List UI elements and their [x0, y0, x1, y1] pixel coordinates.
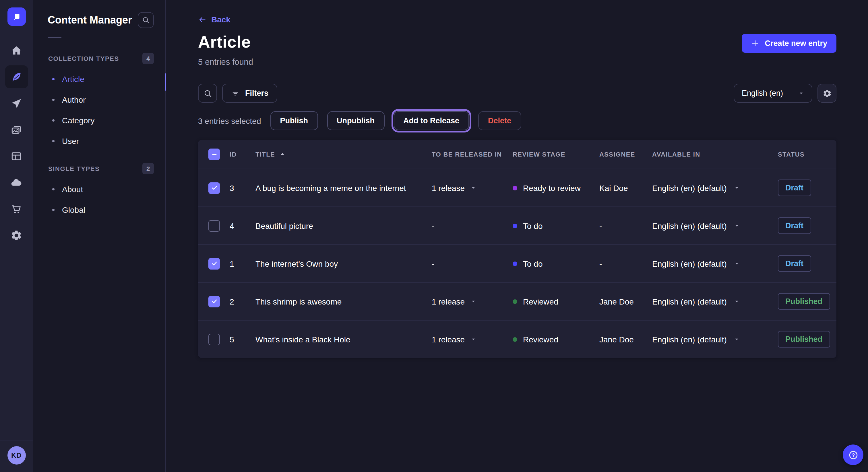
- cart-icon: [5, 197, 28, 220]
- table-row[interactable]: 2 This shrimp is awesome 1 release Revie…: [198, 282, 836, 320]
- bullet-icon: [52, 140, 55, 142]
- col-release: TO BE RELEASED IN: [432, 151, 513, 158]
- nav-divider: [0, 440, 33, 440]
- unpublish-button[interactable]: Unpublish: [327, 111, 384, 130]
- bullet-icon: [52, 119, 55, 122]
- sidebar-item-about[interactable]: About: [33, 179, 165, 200]
- selection-count: 3 entries selected: [198, 116, 261, 125]
- cell-assignee: Jane Doe: [599, 297, 652, 306]
- table-row[interactable]: 5 What's inside a Black Hole 1 release R…: [198, 320, 836, 358]
- add-to-release-button[interactable]: Add to Release: [394, 111, 469, 130]
- cell-release: -: [432, 221, 434, 230]
- section-label-collection-types: COLLECTION TYPES: [48, 55, 119, 62]
- chevron-down-icon[interactable]: [470, 298, 476, 305]
- entries-table: ID TITLE TO BE RELEASED IN REVIEW STAGE …: [198, 140, 836, 358]
- home-icon: [5, 39, 28, 62]
- col-assignee: ASSIGNEE: [599, 151, 652, 158]
- stage-dot: [513, 224, 517, 228]
- cell-review-stage: To do: [523, 259, 543, 268]
- cell-id: 5: [229, 335, 255, 344]
- bullet-icon: [52, 209, 55, 211]
- help-button[interactable]: [843, 444, 863, 465]
- chevron-down-icon[interactable]: [470, 336, 476, 342]
- create-new-entry-button[interactable]: Create new entry: [742, 34, 836, 53]
- col-title[interactable]: TITLE: [255, 151, 275, 158]
- cell-available-in: English (en) (default): [652, 221, 727, 230]
- cell-assignee: Kai Doe: [599, 183, 652, 193]
- avatar[interactable]: KD: [7, 446, 26, 465]
- cell-title: What's inside a Black Hole: [255, 335, 432, 344]
- chevron-down-icon[interactable]: [734, 336, 740, 342]
- stage-dot: [513, 186, 517, 190]
- chevron-down-icon[interactable]: [734, 223, 740, 229]
- feather-icon: [5, 65, 28, 88]
- table-row[interactable]: 4 Beautiful picture - To do - English (e…: [198, 206, 836, 244]
- cell-id: 2: [229, 297, 255, 306]
- cell-assignee: Jane Doe: [599, 335, 652, 344]
- nav-settings[interactable]: [3, 222, 30, 248]
- cell-id: 1: [229, 259, 255, 268]
- cell-id: 3: [229, 183, 255, 193]
- search-icon: [142, 16, 150, 24]
- row-checkbox[interactable]: [208, 334, 220, 345]
- entries-count: 5 entries found: [198, 57, 836, 67]
- nav-marketplace[interactable]: [3, 196, 30, 222]
- status-badge: Draft: [778, 217, 811, 234]
- locale-select[interactable]: English (en): [734, 84, 812, 103]
- nav-releases[interactable]: [3, 90, 30, 116]
- publish-button[interactable]: Publish: [270, 111, 318, 130]
- chevron-down-icon[interactable]: [734, 298, 740, 305]
- status-badge: Published: [778, 331, 830, 347]
- back-link[interactable]: Back: [198, 15, 230, 24]
- row-checkbox[interactable]: [208, 258, 220, 269]
- filters-button[interactable]: Filters: [222, 84, 277, 103]
- sidebar-search-button[interactable]: [138, 12, 154, 28]
- cell-title: A bug is becoming a meme on the internet: [255, 183, 432, 193]
- view-settings-button[interactable]: [817, 84, 836, 103]
- arrow-left-icon: [198, 15, 207, 24]
- col-review-stage: REVIEW STAGE: [513, 151, 599, 158]
- sidebar-item-author[interactable]: Author: [33, 90, 165, 110]
- strapi-logo[interactable]: [7, 7, 26, 26]
- table-row[interactable]: 3 A bug is becoming a meme on the intern…: [198, 169, 836, 206]
- sidebar-divider: [48, 37, 61, 38]
- table-header: ID TITLE TO BE RELEASED IN REVIEW STAGE …: [198, 140, 836, 169]
- cell-release: 1 release: [432, 335, 465, 344]
- chevron-down-icon[interactable]: [734, 185, 740, 191]
- help-icon: [848, 449, 859, 460]
- delete-button[interactable]: Delete: [478, 111, 521, 130]
- chevron-down-icon: [798, 90, 804, 96]
- nav-content-manager[interactable]: [3, 64, 30, 90]
- sidebar-item-global[interactable]: Global: [33, 200, 165, 220]
- row-checkbox[interactable]: [208, 220, 220, 231]
- row-checkbox[interactable]: [208, 182, 220, 194]
- nav-media-library[interactable]: [3, 116, 30, 143]
- sidebar-item-article[interactable]: Article: [33, 69, 165, 90]
- nav-content-type-builder[interactable]: [3, 143, 30, 169]
- nav-deploy[interactable]: [3, 169, 30, 196]
- main-content: Back Article Create new entry 5 entries …: [166, 0, 868, 472]
- chevron-down-icon[interactable]: [734, 260, 740, 267]
- status-badge: Draft: [778, 179, 811, 196]
- table-row[interactable]: 1 The internet's Own boy - To do - Engli…: [198, 244, 836, 282]
- row-checkbox[interactable]: [208, 296, 220, 307]
- select-all-checkbox[interactable]: [208, 148, 220, 160]
- sidebar-item-category[interactable]: Category: [33, 110, 165, 131]
- layout-icon: [5, 144, 28, 167]
- stage-dot: [513, 261, 517, 266]
- cell-available-in: English (en) (default): [652, 335, 727, 344]
- cell-release: -: [432, 259, 434, 268]
- status-badge: Draft: [778, 255, 811, 272]
- content-manager-sidebar: Content Manager COLLECTION TYPES 4 Artic…: [33, 0, 166, 472]
- sort-asc-icon[interactable]: [279, 151, 286, 158]
- cell-review-stage: To do: [523, 221, 543, 230]
- sidebar-item-user[interactable]: User: [33, 131, 165, 151]
- col-available-in: AVAILABLE IN: [652, 151, 778, 158]
- chevron-down-icon[interactable]: [470, 185, 476, 191]
- stage-dot: [513, 337, 517, 341]
- nav-home[interactable]: [3, 37, 30, 64]
- cell-assignee: -: [599, 259, 652, 268]
- search-button[interactable]: [198, 84, 217, 103]
- section-label-single-types: SINGLE TYPES: [48, 165, 100, 172]
- plus-icon: [751, 39, 760, 47]
